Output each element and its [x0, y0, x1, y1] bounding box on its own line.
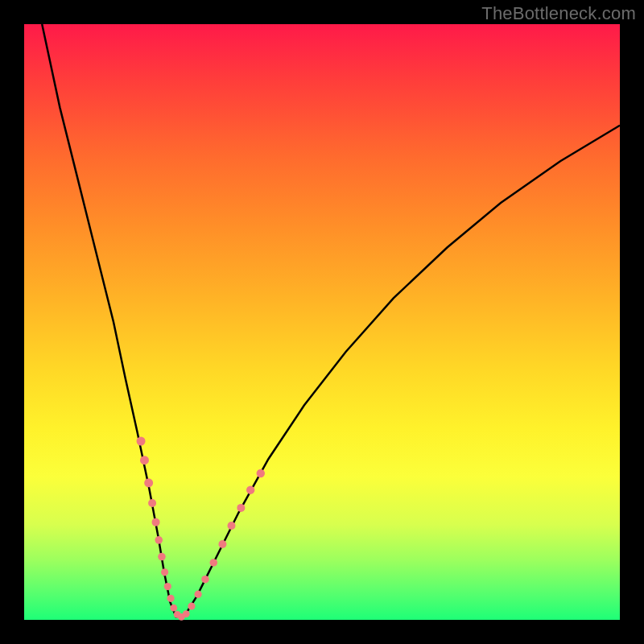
scatter-dot — [148, 499, 156, 507]
bottleneck-curve — [42, 24, 620, 617]
scatter-dot — [152, 518, 160, 526]
scatter-dot — [167, 595, 174, 602]
scatter-dot — [246, 485, 254, 493]
chart-frame: TheBottleneck.com — [0, 0, 644, 644]
scatter-dot — [237, 504, 245, 512]
scatter-dot — [210, 559, 218, 567]
scatter-dot — [144, 478, 153, 487]
scatter-dot — [228, 522, 236, 530]
scatter-dot — [194, 591, 201, 598]
scatter-dot — [218, 540, 226, 548]
scatter-dot — [257, 469, 265, 477]
scatter-dot — [155, 536, 163, 544]
scatter-dot — [137, 437, 146, 446]
scatter-dot — [188, 602, 195, 609]
scatter-dot — [164, 583, 171, 590]
scatter-dot — [158, 553, 166, 561]
scatter-dot — [183, 610, 190, 617]
plot-area — [24, 24, 620, 620]
watermark-text: TheBottleneck.com — [481, 3, 636, 24]
scatter-dot — [140, 456, 149, 464]
scatter-dot — [170, 605, 177, 612]
scatter-dot — [201, 576, 209, 584]
chart-svg — [24, 24, 620, 620]
scatter-dot — [161, 568, 168, 576]
